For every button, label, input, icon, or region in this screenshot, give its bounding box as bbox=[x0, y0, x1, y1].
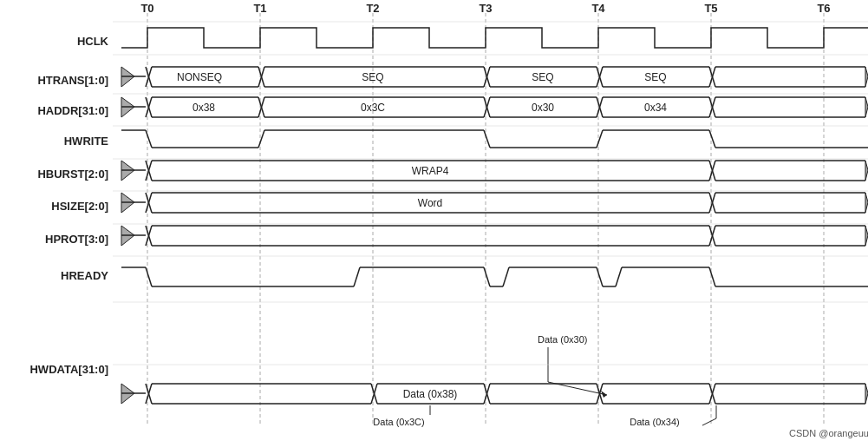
time-label-t6: T6 bbox=[817, 2, 830, 15]
signal-label-hwdata: HWDATA[31:0] bbox=[29, 363, 108, 376]
hwdata-38-label: Data (0x38) bbox=[403, 388, 458, 400]
haddr-30-label: 0x30 bbox=[532, 102, 554, 114]
time-label-t4: T4 bbox=[591, 2, 605, 15]
signal-label-hwrite: HWRITE bbox=[64, 135, 109, 148]
htrans-seq2-label: SEQ bbox=[532, 71, 553, 83]
data-3c-callout: Data (0x3C) bbox=[373, 417, 424, 427]
time-label-t2: T2 bbox=[366, 2, 379, 15]
htrans-seq1-label: SEQ bbox=[362, 71, 383, 83]
signal-label-haddr: HADDR[31:0] bbox=[37, 104, 108, 117]
htrans-seq3-label: SEQ bbox=[644, 71, 666, 83]
htrans-nonseq-label: NONSEQ bbox=[177, 71, 222, 83]
signal-label-hsize: HSIZE[2:0] bbox=[51, 200, 108, 213]
haddr-38-label: 0x38 bbox=[193, 102, 215, 114]
data-34-callout: Data (0x34) bbox=[630, 417, 679, 427]
haddr-3c-label: 0x3C bbox=[361, 102, 385, 114]
signal-label-hburst: HBURST[2:0] bbox=[37, 168, 108, 181]
hsize-word-label: Word bbox=[418, 197, 442, 209]
haddr-34-label: 0x34 bbox=[644, 102, 667, 114]
time-label-t0: T0 bbox=[140, 2, 153, 15]
timing-diagram: T0 T1 T2 T3 T4 T5 T6 HCLK HTRANS[1:0] NO… bbox=[0, 0, 868, 441]
time-label-t5: T5 bbox=[704, 2, 717, 15]
signal-label-hprot: HPROT[3:0] bbox=[45, 233, 108, 246]
data-30-callout: Data (0x30) bbox=[538, 334, 587, 345]
time-label-t3: T3 bbox=[479, 2, 492, 15]
signal-label-hready: HREADY bbox=[61, 269, 108, 282]
signal-label-htrans: HTRANS[1:0] bbox=[37, 74, 108, 87]
hburst-wrap4-label: WRAP4 bbox=[412, 165, 449, 177]
signal-label-hclk: HCLK bbox=[77, 35, 109, 48]
time-label-t1: T1 bbox=[253, 2, 266, 15]
svg-rect-0 bbox=[0, 0, 868, 441]
watermark: CSDN @orangeuuu bbox=[789, 428, 868, 438]
